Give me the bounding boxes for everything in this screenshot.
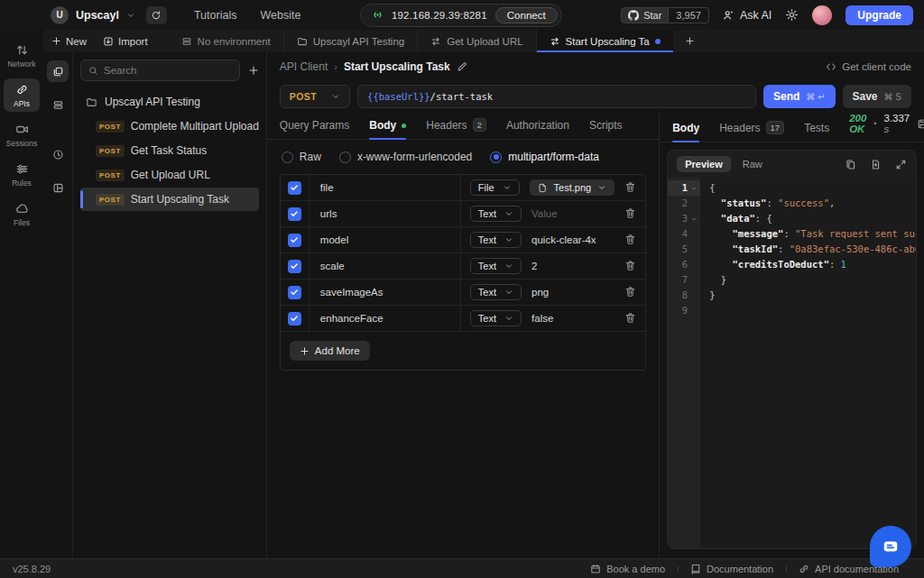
method-select[interactable]: POST [280, 85, 350, 108]
request-item-start-upscaling-task[interactable]: POSTStart Upscaling Task [80, 188, 259, 211]
response-json-viewer[interactable]: 123456789 { "status": "success", "data":… [668, 178, 916, 548]
form-value[interactable]: false [531, 313, 553, 324]
new-tab-button[interactable]: New [43, 30, 95, 52]
import-button[interactable]: Import [95, 30, 156, 52]
mini-rail-clock[interactable] [47, 143, 69, 165]
type-select[interactable]: Text [470, 206, 522, 222]
workspace-selector[interactable]: U Upscayl [51, 6, 135, 24]
request-tab-authorization[interactable]: Authorization [506, 119, 569, 139]
checkbox-checked[interactable] [288, 312, 301, 326]
request-item-get-task-status[interactable]: POSTGet Task Status [80, 139, 259, 162]
mini-rail-rows[interactable] [47, 94, 69, 115]
mini-rail-layout-split[interactable] [47, 177, 69, 198]
form-key[interactable]: saveImageAs [310, 280, 461, 305]
copy-file-icon[interactable] [845, 159, 856, 170]
tab-get-upload-url[interactable]: Get Upload URL [417, 30, 535, 52]
form-value[interactable]: quick-clear-4x [531, 234, 596, 245]
rail-item-apis[interactable]: APIs [4, 78, 40, 112]
request-tab-body[interactable]: Body [369, 119, 406, 139]
fold-toggle[interactable] [688, 216, 699, 223]
request-tab-scripts[interactable]: Scripts [589, 119, 623, 139]
gear-icon[interactable] [785, 8, 799, 22]
type-select[interactable]: Text [470, 284, 522, 300]
type-select[interactable]: Text [470, 232, 522, 248]
footer-link-documentation[interactable]: Documentation [678, 564, 786, 574]
disk-icon [917, 118, 924, 130]
tab-start-upscaling-ta[interactable]: Start Upscaling Ta [536, 30, 673, 52]
collection-upscayl-api-testing[interactable]: Upscayl API Testing [80, 93, 259, 114]
upgrade-button[interactable]: Upgrade [845, 5, 913, 25]
mini-rail-stack-squares[interactable] [47, 60, 69, 82]
trash-icon[interactable] [624, 234, 636, 247]
body-mode-x-www-form-urlencoded[interactable]: x-www-form-urlencoded [339, 151, 472, 163]
chat-widget-button[interactable] [870, 526, 911, 567]
form-key[interactable]: model [310, 227, 461, 252]
code-token: "data" [721, 213, 755, 224]
response-tab-body[interactable]: Body [672, 122, 699, 142]
trash-icon[interactable] [624, 286, 636, 299]
checkbox-checked[interactable] [288, 234, 301, 247]
save-button[interactable]: Save ⌘ S [843, 85, 911, 108]
request-tab-headers[interactable]: Headers2 [426, 118, 486, 139]
request-item-complete-multipart-upload[interactable]: POSTComplete Multipart Upload [80, 115, 259, 138]
rail-item-network[interactable]: Network [4, 39, 40, 72]
trash-icon[interactable] [624, 181, 636, 195]
form-value[interactable]: 2 [531, 261, 537, 271]
form-key[interactable]: urls [310, 201, 461, 226]
url-input[interactable]: {{baseUrl}} /start-task [357, 85, 756, 108]
checkbox-checked[interactable] [288, 260, 301, 273]
body-mode-multipart-form-data[interactable]: multipart/form-data [490, 151, 599, 163]
nav-tutorials[interactable]: Tutorials [194, 9, 236, 22]
add-more-button[interactable]: Add More [290, 341, 370, 361]
connect-button[interactable]: Connect [495, 7, 558, 23]
trash-icon[interactable] [624, 207, 636, 221]
form-key[interactable]: enhanceFace [310, 306, 461, 331]
nav-website[interactable]: Website [260, 9, 300, 22]
trash-icon[interactable] [624, 260, 636, 273]
type-select[interactable]: Text [470, 258, 522, 274]
fold-toggle[interactable] [688, 185, 699, 192]
file-chip[interactable]: Test.png [530, 179, 615, 196]
breadcrumb-root[interactable]: API Client [280, 60, 328, 73]
github-star-badge[interactable]: Star 3,957 [621, 7, 709, 23]
user-avatar[interactable] [812, 5, 832, 25]
add-tab-button[interactable] [673, 30, 707, 52]
view-preview[interactable]: Preview [677, 156, 731, 172]
checkbox-checked[interactable] [288, 207, 301, 221]
view-raw[interactable]: Raw [735, 156, 771, 172]
get-client-code-button[interactable]: Get client code [826, 61, 911, 72]
response-tab-headers[interactable]: Headers17 [719, 121, 784, 142]
tab-upscayl-api-testing[interactable]: Upscayl API Testing [283, 30, 417, 52]
rail-item-rules[interactable]: Rules [4, 158, 40, 191]
request-item-get-upload-url[interactable]: POSTGet Upload URL [80, 163, 259, 187]
stack-squares-icon [52, 66, 64, 78]
form-value-placeholder[interactable]: Value [531, 208, 558, 219]
rail-item-sessions[interactable]: Sessions [4, 118, 40, 151]
checkbox-checked[interactable] [288, 286, 301, 299]
form-value[interactable]: png [531, 287, 549, 298]
save-file-icon[interactable] [870, 159, 882, 170]
send-button[interactable]: Send ⌘ ↵ [763, 85, 836, 108]
type-select[interactable]: File [470, 179, 520, 196]
footer-link-book-a-demo[interactable]: Book a demo [578, 564, 678, 574]
refresh-button[interactable] [146, 6, 167, 24]
form-key[interactable]: file [310, 175, 461, 200]
rail-item-label: Sessions [6, 139, 38, 148]
connect-address[interactable]: 192.168.29.39:8281 [392, 10, 487, 21]
pencil-icon[interactable] [457, 61, 467, 72]
form-key[interactable]: scale [310, 253, 461, 279]
ask-ai-button[interactable]: Ask AI [723, 9, 772, 22]
trash-icon[interactable] [624, 312, 636, 326]
type-select[interactable]: Text [470, 310, 522, 326]
rail-item-files[interactable]: Files [4, 197, 40, 231]
checkbox-checked[interactable] [288, 181, 301, 195]
body-mode-raw[interactable]: Raw [282, 151, 321, 163]
checkbox-cell [281, 227, 310, 252]
request-tab-query-params[interactable]: Query Params [280, 119, 349, 139]
add-request-button[interactable] [248, 65, 259, 76]
search-input[interactable]: Search [80, 60, 240, 81]
response-tab-tests[interactable]: Tests [804, 122, 829, 142]
expand-icon[interactable] [895, 159, 907, 170]
workspace-name: Upscayl [76, 9, 119, 22]
environment-selector[interactable]: No environment [169, 30, 283, 52]
